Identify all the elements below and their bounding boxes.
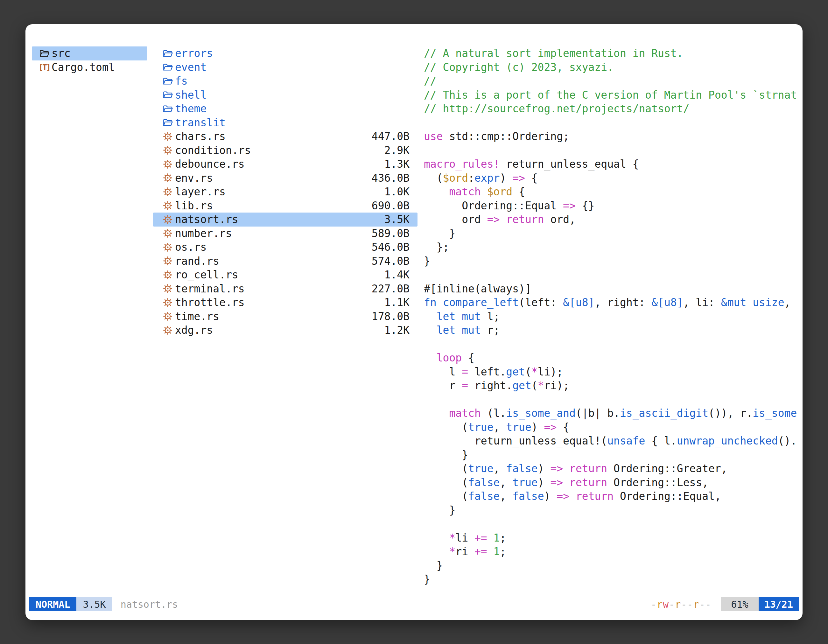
item-label: condition.rs (175, 144, 381, 157)
rust-file-icon (162, 324, 173, 336)
code-line: use std::cmp::Ordering; (424, 130, 800, 144)
status-right-group: -rw-r--r-- 61% 13/21 (651, 597, 799, 611)
dir-row-fs[interactable]: fs (153, 74, 417, 88)
item-size: 2.9K (384, 144, 409, 157)
code-line: } (424, 559, 800, 573)
file-row-os.rs[interactable]: os.rs546.0B (153, 240, 417, 254)
file-row-xdg.rs[interactable]: xdg.rs1.2K (153, 323, 417, 337)
code-line: let mut r; (424, 323, 800, 337)
mode-indicator: NORMAL (29, 597, 76, 611)
status-filename: natsort.rs (121, 599, 178, 610)
code-line (424, 116, 800, 130)
file-row-natsort.rs[interactable]: natsort.rs3.5K (153, 213, 417, 227)
item-label: debounce.rs (175, 158, 381, 170)
item-size: 690.0B (372, 199, 409, 212)
file-row-Cargo.toml[interactable]: [T]Cargo.toml (32, 60, 147, 74)
file-row-layer.rs[interactable]: layer.rs1.0K (153, 185, 417, 199)
preview-pane[interactable]: // A natural sort implementation in Rust… (424, 47, 800, 585)
item-label: ro_cell.rs (175, 268, 381, 281)
folder-icon (162, 61, 173, 73)
code-line: match $ord { (424, 185, 800, 199)
rust-file-icon (162, 269, 173, 280)
code-line: *ri += 1; (424, 545, 800, 559)
code-line: } (424, 254, 800, 268)
code-line: } (424, 448, 800, 462)
dir-row-src[interactable]: src (32, 47, 147, 60)
item-label: fs (175, 75, 409, 87)
cursor-position: 13/21 (759, 597, 799, 611)
permissions-text: -rw-r--r-- (651, 599, 712, 610)
file-row-rand.rs[interactable]: rand.rs574.0B (153, 254, 417, 268)
code-line: (false, true) => return Ordering::Less, (424, 476, 800, 490)
file-row-lib.rs[interactable]: lib.rs690.0B (153, 199, 417, 213)
rust-file-icon (162, 255, 173, 266)
item-label: src (52, 47, 144, 60)
parent-pane: src[T]Cargo.toml (32, 47, 147, 74)
rust-file-icon (162, 283, 173, 294)
code-line: // http://sourcefrog.net/projects/natsor… (424, 102, 800, 116)
dir-row-errors[interactable]: errors (153, 47, 417, 60)
folder-icon (162, 89, 173, 100)
code-line: let mut l; (424, 310, 800, 324)
file-row-time.rs[interactable]: time.rs178.0B (153, 310, 417, 324)
item-label: errors (175, 47, 409, 60)
item-size: 1.1K (384, 296, 409, 309)
dir-row-theme[interactable]: theme (153, 102, 417, 116)
status-bar: NORMAL 3.5K natsort.rs -rw-r--r-- 61% 13… (29, 597, 799, 611)
item-label: theme (175, 102, 409, 115)
dir-row-translit[interactable]: translit (153, 116, 417, 130)
item-label: terminal.rs (175, 282, 368, 295)
rust-file-icon (162, 186, 173, 197)
item-label: layer.rs (175, 185, 381, 198)
toml-icon: [T] (39, 61, 50, 73)
folder-open-icon (39, 48, 50, 59)
current-pane: errorseventfsshellthemetranslitchars.rs4… (153, 47, 417, 337)
file-row-terminal.rs[interactable]: terminal.rs227.0B (153, 282, 417, 296)
code-line (424, 268, 800, 282)
item-label: event (175, 61, 409, 74)
item-size: 447.0B (372, 130, 409, 143)
file-row-debounce.rs[interactable]: debounce.rs1.3K (153, 157, 417, 171)
item-size: 436.0B (372, 172, 409, 184)
code-line: #[inline(always)] (424, 282, 800, 296)
code-line: *li += 1; (424, 531, 800, 545)
rust-file-icon (162, 131, 173, 142)
file-row-throttle.rs[interactable]: throttle.rs1.1K (153, 296, 417, 310)
code-line: match (l.is_some_and(|b| b.is_ascii_digi… (424, 406, 800, 420)
item-size: 227.0B (372, 282, 409, 295)
item-label: os.rs (175, 241, 368, 253)
item-size: 546.0B (372, 241, 409, 253)
file-row-env.rs[interactable]: env.rs436.0B (153, 171, 417, 185)
item-label: time.rs (175, 310, 368, 323)
item-label: natsort.rs (175, 213, 381, 226)
dir-row-shell[interactable]: shell (153, 88, 417, 102)
item-size: 3.5K (384, 213, 409, 226)
code-line: (false, false) => return Ordering::Equal… (424, 489, 800, 503)
code-line: // This is a port of the C version of Ma… (424, 88, 800, 102)
file-row-chars.rs[interactable]: chars.rs447.0B (153, 130, 417, 144)
code-line (424, 393, 800, 407)
code-line: ord => return ord, (424, 213, 800, 227)
item-size: 589.0B (372, 227, 409, 240)
file-row-ro_cell.rs[interactable]: ro_cell.rs1.4K (153, 268, 417, 282)
folder-icon (162, 103, 173, 114)
folder-icon (162, 117, 173, 128)
item-label: number.rs (175, 227, 368, 240)
item-label: xdg.rs (175, 324, 381, 336)
item-size: 1.3K (384, 158, 409, 170)
rust-file-icon (162, 158, 173, 170)
item-size: 178.0B (372, 310, 409, 323)
screen-background: { "colors": { "accent_blue": "#1763cf", … (0, 0, 828, 644)
item-size: 1.4K (384, 268, 409, 281)
rust-file-icon (162, 214, 173, 225)
rust-file-icon (162, 241, 173, 253)
code-line: l = left.get(*li); (424, 365, 800, 379)
code-line: fn compare_left(left: &[u8], right: &[u8… (424, 296, 800, 310)
code-line: return_unless_equal!(unsafe { l.unwrap_u… (424, 434, 800, 448)
code-line: }; (424, 240, 800, 254)
file-row-condition.rs[interactable]: condition.rs2.9K (153, 144, 417, 158)
dir-row-event[interactable]: event (153, 60, 417, 74)
code-line: loop { (424, 351, 800, 365)
file-row-number.rs[interactable]: number.rs589.0B (153, 227, 417, 241)
code-line: // A natural sort implementation in Rust… (424, 47, 800, 60)
